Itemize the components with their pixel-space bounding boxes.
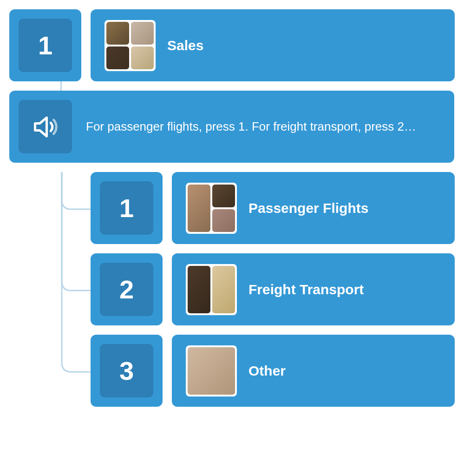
option-number: 1 <box>19 19 72 72</box>
option-number: 3 <box>100 344 153 397</box>
option-label-box[interactable]: Other <box>172 335 455 407</box>
ivr-tree: 1 Sales For passenger flights, press 1. … <box>9 9 455 407</box>
root-option-row: 1 Sales <box>9 9 455 81</box>
team-avatar-grid <box>186 264 237 315</box>
option-number: 1 <box>100 181 153 235</box>
child-option-row: 2 Freight Transport <box>91 253 455 325</box>
avatar-icon <box>106 22 129 45</box>
avatar-icon <box>106 46 129 69</box>
option-number-box[interactable]: 3 <box>91 335 163 407</box>
option-label: Sales <box>167 38 203 53</box>
prompt-text: For passenger flights, press 1. For frei… <box>86 118 445 135</box>
avatar-icon <box>212 209 235 232</box>
option-label: Freight Transport <box>248 282 364 298</box>
option-number-box[interactable]: 1 <box>91 172 163 244</box>
speaker-icon <box>32 113 59 141</box>
option-label-box[interactable]: Sales <box>91 9 455 81</box>
ivr-prompt-box[interactable]: For passenger flights, press 1. For frei… <box>9 91 454 163</box>
option-label: Other <box>248 363 286 379</box>
team-avatar-grid <box>105 20 156 71</box>
option-number-box[interactable]: 1 <box>9 9 81 81</box>
option-number: 2 <box>100 263 153 316</box>
option-label: Passenger Flights <box>248 200 368 216</box>
avatar-icon <box>188 266 210 313</box>
option-label-box[interactable]: Passenger Flights <box>172 172 455 244</box>
child-option-row: 1 Passenger Flights <box>91 172 455 244</box>
child-options-section: 1 Passenger Flights 2 Freight Tr <box>91 172 455 407</box>
child-option-row: 3 Other <box>91 335 455 407</box>
speaker-icon-box <box>19 100 72 153</box>
avatar-icon <box>212 266 235 313</box>
team-avatar-grid <box>186 345 237 397</box>
team-avatar-grid <box>186 183 237 234</box>
avatar-icon <box>131 22 154 45</box>
avatar-icon <box>188 185 210 232</box>
option-label-box[interactable]: Freight Transport <box>172 253 455 325</box>
avatar-icon <box>212 185 235 207</box>
avatar-icon <box>131 46 154 69</box>
avatar-icon <box>188 347 235 395</box>
option-number-box[interactable]: 2 <box>91 253 163 325</box>
